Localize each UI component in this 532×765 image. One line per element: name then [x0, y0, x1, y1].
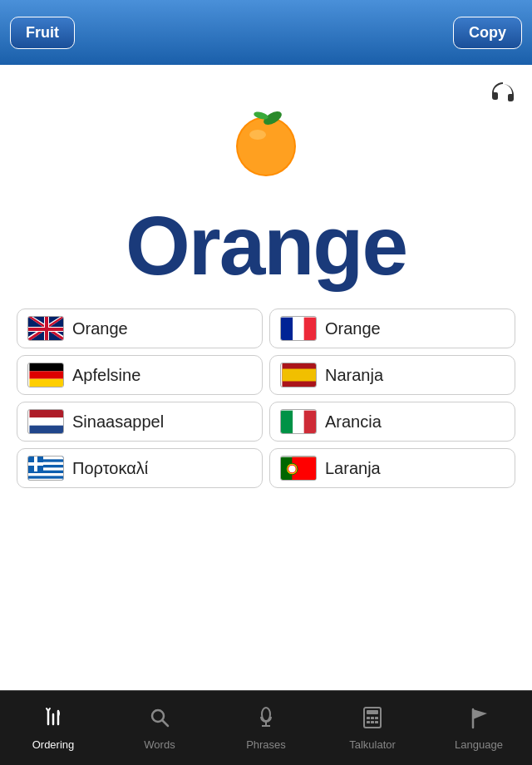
main-content: Orange Orange — [0, 65, 532, 690]
translation-pt[interactable]: Laranja — [269, 448, 515, 488]
flag-fr — [280, 316, 317, 341]
tab-phrases-label: Phrases — [246, 738, 286, 751]
words-icon — [148, 706, 171, 735]
fruit-image — [216, 90, 316, 190]
translation-nl[interactable]: Sinaasappel — [17, 402, 263, 442]
flag-nl — [27, 409, 64, 434]
svg-line-49 — [162, 720, 168, 726]
svg-rect-27 — [293, 411, 303, 434]
svg-marker-62 — [473, 709, 487, 719]
svg-point-50 — [262, 708, 270, 721]
translation-text-gr: Πορτοκαλί — [72, 459, 148, 478]
language-icon — [467, 706, 490, 735]
app-header: Fruit Copy — [0, 0, 532, 65]
ordering-icon — [42, 706, 65, 735]
svg-rect-23 — [29, 410, 63, 417]
translation-text-en: Orange — [72, 319, 128, 338]
translation-es[interactable]: Naranja — [269, 355, 515, 395]
svg-rect-56 — [371, 717, 374, 719]
svg-point-2 — [249, 130, 266, 140]
tab-language-label: Language — [455, 738, 503, 751]
tab-words-label: Words — [144, 738, 175, 751]
translation-grid: Orange Orange Apfelsine — [8, 308, 524, 488]
svg-rect-14 — [28, 328, 64, 331]
flag-pt — [280, 456, 317, 481]
talkulator-icon — [361, 706, 384, 735]
svg-rect-55 — [367, 717, 370, 719]
svg-rect-20 — [29, 379, 63, 387]
flag-de — [27, 363, 64, 387]
translation-en[interactable]: Orange — [17, 308, 263, 348]
tab-bar: Ordering Words Phrases — [0, 690, 532, 765]
svg-rect-57 — [375, 717, 378, 719]
svg-rect-18 — [29, 363, 63, 371]
tab-talkulator[interactable]: Talkulator — [319, 691, 426, 765]
tab-talkulator-label: Talkulator — [349, 738, 396, 751]
svg-rect-59 — [371, 721, 374, 723]
svg-rect-17 — [304, 318, 316, 341]
translation-fr[interactable]: Orange — [269, 308, 515, 348]
svg-rect-16 — [293, 318, 303, 341]
svg-rect-58 — [367, 721, 370, 723]
svg-rect-34 — [28, 473, 64, 476]
tab-ordering[interactable]: Ordering — [0, 691, 106, 765]
svg-rect-26 — [281, 411, 293, 434]
svg-rect-24 — [29, 417, 63, 425]
tab-words[interactable]: Words — [106, 691, 213, 765]
translation-text-de: Apfelsine — [72, 366, 140, 385]
svg-rect-38 — [28, 462, 43, 466]
tab-language[interactable]: Language — [426, 691, 532, 765]
translation-text-fr: Orange — [325, 319, 381, 338]
translation-gr[interactable]: Πορτοκαλί — [17, 448, 263, 488]
svg-line-47 — [48, 708, 50, 711]
svg-rect-54 — [367, 710, 378, 714]
translation-text-it: Arancia — [325, 412, 382, 432]
translation-it[interactable]: Arancia — [269, 402, 515, 442]
svg-rect-25 — [29, 426, 63, 433]
tab-phrases[interactable]: Phrases — [213, 691, 319, 765]
translation-de[interactable]: Apfelsine — [17, 355, 263, 395]
svg-rect-28 — [304, 411, 316, 434]
flag-gr — [27, 456, 64, 481]
translation-text-pt: Laranja — [325, 459, 381, 478]
svg-rect-22 — [282, 369, 316, 382]
svg-rect-60 — [375, 721, 378, 723]
fruit-button[interactable]: Fruit — [10, 17, 75, 49]
fruit-word: Orange — [126, 198, 406, 294]
translation-text-nl: Sinaasappel — [72, 412, 164, 432]
phrases-icon — [254, 706, 278, 735]
flag-es — [280, 363, 317, 387]
tab-ordering-label: Ordering — [32, 738, 75, 751]
flag-uk — [27, 316, 64, 341]
headphone-icon[interactable] — [489, 80, 517, 109]
svg-point-1 — [238, 118, 294, 175]
svg-rect-15 — [281, 318, 293, 341]
flag-it — [280, 409, 317, 434]
copy-button[interactable]: Copy — [453, 17, 522, 49]
translation-text-es: Naranja — [325, 366, 383, 385]
svg-point-42 — [288, 465, 297, 473]
svg-rect-19 — [29, 371, 63, 378]
svg-rect-35 — [28, 479, 64, 481]
